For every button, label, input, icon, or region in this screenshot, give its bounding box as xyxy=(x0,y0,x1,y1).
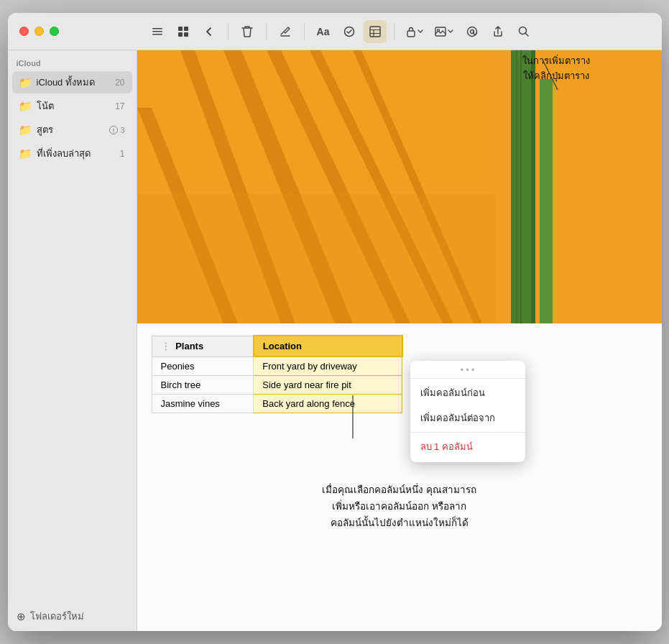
svg-rect-1 xyxy=(152,31,162,32)
sidebar-item-all-count: 20 xyxy=(115,78,124,88)
delete-col-menu-item[interactable]: ลบ 1 คอลัมน์ xyxy=(410,434,525,459)
location-cell[interactable]: Side yard near fire pit xyxy=(254,376,402,395)
location-cell[interactable]: Back yard along fence xyxy=(254,395,402,413)
table-row: Jasmine vines Back yard along fence xyxy=(152,395,402,413)
grid-view-button[interactable] xyxy=(172,20,195,43)
table-row: Birch tree Side yard near fire pit xyxy=(152,376,402,395)
toolbar-divider-3 xyxy=(304,23,305,40)
folder-icon: 📁 xyxy=(19,77,32,88)
folder-icon: 📁 xyxy=(19,101,32,112)
new-folder-button[interactable]: ⊕ โฟลเดอร์ใหม่ xyxy=(8,602,137,631)
delete-button[interactable] xyxy=(236,20,259,43)
location-cell[interactable]: Front yard by driveway xyxy=(254,356,402,376)
table-row: Peonies Front yard by driveway xyxy=(152,356,402,376)
mention-button[interactable] xyxy=(461,20,484,43)
plant-cell[interactable]: Jasmine vines xyxy=(152,395,254,413)
plus-icon: ⊕ xyxy=(17,610,26,623)
table-button[interactable] xyxy=(364,20,387,43)
sidebar-item-notes-count: 17 xyxy=(115,101,124,111)
toolbar: Aa xyxy=(137,20,662,43)
menu-dots: • • • xyxy=(410,364,525,379)
sidebar-item-all-label: iCloud ทั้งหมด xyxy=(37,75,111,90)
svg-rect-29 xyxy=(540,79,553,323)
svg-rect-3 xyxy=(178,27,183,31)
svg-rect-6 xyxy=(184,32,188,37)
titlebar: Aa xyxy=(8,13,662,50)
back-button[interactable] xyxy=(198,20,221,43)
sidebar-item-all[interactable]: 📁 iCloud ทั้งหมด 20 xyxy=(12,71,132,93)
compose-button[interactable] xyxy=(274,20,297,43)
toolbar-left: Aa xyxy=(146,20,535,43)
minimize-button[interactable] xyxy=(34,27,44,36)
sidebar-item-deleted-label: ที่เพิ่งลบล่าสุด xyxy=(37,146,116,161)
drag-handle[interactable]: ⋮ xyxy=(161,341,170,351)
svg-rect-0 xyxy=(152,28,162,29)
svg-rect-4 xyxy=(184,27,188,31)
menu-divider xyxy=(410,432,525,433)
sidebar-item-deleted-count: 1 xyxy=(120,149,125,159)
sidebar-item-recipes-badge: 3 xyxy=(109,126,124,134)
sidebar: iCloud 📁 iCloud ทั้งหมด 20 📁 โน้ต 17 📁 ส… xyxy=(8,50,137,631)
sidebar-item-notes-label: โน้ต xyxy=(37,98,111,114)
bottom-annotation: เมื่อคุณเลือกคอลัมน์หนึ่ง คุณสามารถ เพิ่… xyxy=(137,468,662,539)
svg-rect-5 xyxy=(178,32,183,37)
table-section: ⋮ Plants Location Peonies xyxy=(137,323,662,553)
svg-rect-32 xyxy=(137,194,497,323)
fullscreen-button[interactable] xyxy=(50,27,59,36)
bottom-annotation-line1: เมื่อคุณเลือกคอลัมน์หนึ่ง คุณสามารถ xyxy=(152,482,647,499)
add-col-after-menu-item[interactable]: เพิ่มคอลัมน์ต่อจาก xyxy=(410,405,525,431)
add-col-before-menu-item[interactable]: เพิ่มคอลัมน์ก่อน xyxy=(410,380,525,405)
sidebar-item-recipes[interactable]: 📁 สูตร 3 xyxy=(12,119,132,141)
sidebar-item-recipes-label: สูตร xyxy=(37,122,106,137)
traffic-lights xyxy=(8,27,137,36)
share-button[interactable] xyxy=(486,20,509,43)
close-button[interactable] xyxy=(19,27,29,36)
plants-table: ⋮ Plants Location Peonies xyxy=(152,335,403,413)
sidebar-section-icloud: iCloud xyxy=(8,50,137,70)
folder-icon: 📁 xyxy=(19,124,32,136)
plant-cell[interactable]: Birch tree xyxy=(152,376,254,395)
format-button[interactable]: Aa xyxy=(312,20,335,43)
new-folder-label: โฟลเดอร์ใหม่ xyxy=(30,609,84,624)
bottom-annotation-line3: คอลัมน์นั้นไปยังตำแหน่งใหม่ก็ได้ xyxy=(152,515,647,532)
list-view-button[interactable] xyxy=(146,20,169,43)
column-context-menu: • • • เพิ่มคอลัมน์ก่อน เพิ่มคอลัมน์ต่อจา… xyxy=(410,361,525,462)
search-button[interactable] xyxy=(512,20,535,43)
svg-rect-8 xyxy=(370,27,380,37)
col-plants-header: ⋮ Plants xyxy=(152,336,254,356)
photo-overlay xyxy=(137,50,662,323)
lock-button[interactable] xyxy=(402,23,428,40)
svg-rect-2 xyxy=(152,34,162,35)
main-content: iCloud 📁 iCloud ทั้งหมด 20 📁 โน้ต 17 📁 ส… xyxy=(8,50,662,631)
col-location-header[interactable]: Location xyxy=(254,336,402,356)
svg-rect-28 xyxy=(531,50,535,323)
checklist-button[interactable] xyxy=(338,20,361,43)
app-window: Aa xyxy=(8,13,662,631)
folder-icon: 📁 xyxy=(19,148,32,160)
note-area: ในการเพิ่มตาราง ให้คลิกปุ่มตาราง xyxy=(137,50,662,631)
sidebar-item-deleted[interactable]: 📁 ที่เพิ่งลบล่าสุด 1 xyxy=(12,142,132,165)
svg-rect-12 xyxy=(407,31,415,37)
toolbar-divider-1 xyxy=(228,23,229,40)
toolbar-divider-2 xyxy=(266,23,267,40)
toolbar-divider-4 xyxy=(394,23,395,40)
sidebar-item-notes[interactable]: 📁 โน้ต 17 xyxy=(12,95,132,117)
media-button[interactable] xyxy=(430,24,458,40)
note-photo xyxy=(137,50,662,323)
bottom-annotation-line2: เพิ่มหรือเอาคอลัมน์ออก หรือลาก xyxy=(152,499,647,515)
plant-cell[interactable]: Peonies xyxy=(152,356,254,376)
